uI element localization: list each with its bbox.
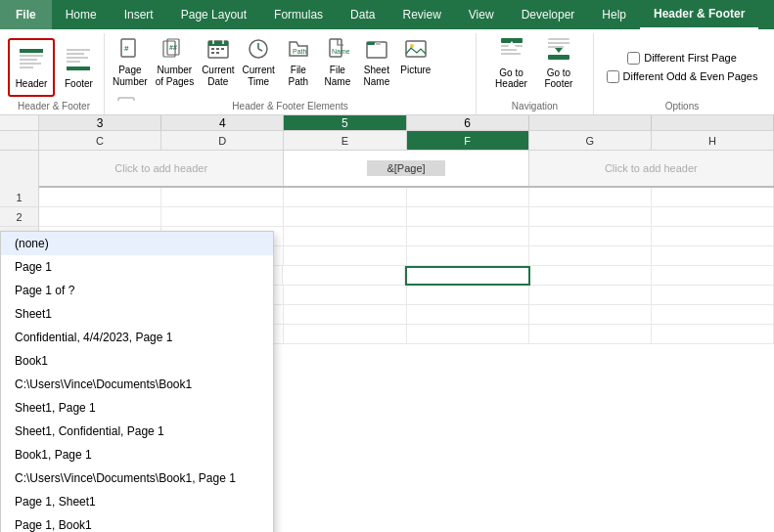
svg-rect-44 (548, 42, 569, 44)
dropdown-item-page1-of[interactable]: Page 1 of ? (1, 279, 273, 302)
different-first-page-label: Different First Page (644, 52, 737, 64)
dropdown-item-page1[interactable]: Page 1 (1, 255, 273, 279)
cell-e2[interactable] (284, 207, 406, 227)
navigation-group: Go toHeader Go toFooter (477, 33, 594, 114)
number-of-pages-button[interactable]: ## Numberof Pages (152, 33, 198, 90)
dropdown-item-sheet1[interactable]: Sheet1 (1, 302, 273, 326)
cell-h2[interactable] (652, 207, 774, 227)
svg-rect-19 (211, 48, 214, 50)
current-date-icon (205, 35, 232, 63)
different-first-page-checkbox[interactable] (627, 52, 640, 65)
dropdown-item-none[interactable]: (none) (1, 232, 273, 255)
page-number-icon: # (116, 35, 144, 63)
cell-f2[interactable] (407, 207, 529, 227)
svg-rect-40 (501, 49, 517, 51)
header-left-hint: Click to add header (114, 162, 207, 174)
svg-rect-0 (20, 49, 43, 53)
page-number-button[interactable]: # PageNumber (109, 33, 152, 90)
dropdown-item-page1-sheet1[interactable]: Page 1, Sheet1 (1, 490, 273, 513)
picture-button[interactable]: Picture (396, 33, 435, 90)
dropdown-item-book1-page1[interactable]: Book1, Page 1 (1, 443, 273, 466)
header-right-section[interactable]: Click to add header (529, 151, 774, 186)
header-center-section[interactable]: &[Page] (284, 151, 528, 186)
dropdown-item-path-book1[interactable]: C:\Users\Vince\Documents\Book1 (1, 373, 273, 396)
svg-rect-46 (548, 55, 569, 60)
dropdown-item-book1[interactable]: Book1 (1, 349, 273, 373)
svg-rect-3 (20, 63, 41, 65)
svg-rect-33 (406, 41, 426, 57)
cell-c1[interactable] (39, 188, 161, 207)
svg-rect-20 (216, 48, 219, 50)
tab-data[interactable]: Data (337, 0, 388, 29)
tab-view[interactable]: View (455, 0, 508, 29)
svg-line-26 (258, 49, 262, 51)
svg-text:##: ## (169, 44, 177, 51)
tab-formulas[interactable]: Formulas (260, 0, 337, 29)
format-picture-button[interactable]: FormatPicture (109, 90, 148, 101)
footer-button[interactable]: Footer (57, 38, 100, 97)
sheet-name-label: SheetName (364, 65, 390, 88)
svg-rect-41 (501, 53, 521, 55)
tab-developer[interactable]: Developer (508, 0, 589, 29)
cell-d1[interactable] (161, 188, 284, 207)
dropdown-item-page1-book1-a[interactable]: Page 1, Book1 (1, 513, 273, 532)
svg-rect-8 (67, 61, 80, 63)
elements-buttons: # PageNumber ## Numberof Pages (109, 33, 472, 101)
tab-insert[interactable]: Insert (111, 0, 167, 29)
sheet-name-button[interactable]: SheetName (357, 33, 396, 90)
header-left-section[interactable]: Click to add header (39, 151, 284, 186)
cell-d2[interactable] (161, 207, 284, 227)
goto-header-button[interactable]: Go toHeader (489, 33, 533, 90)
dropdown-item-sheet1-page1[interactable]: Sheet1, Page 1 (1, 396, 273, 420)
file-path-button[interactable]: Path FilePath (279, 33, 318, 90)
goto-footer-label: Go toFooter (544, 67, 572, 89)
col-header-g[interactable]: G (529, 131, 652, 150)
svg-rect-16 (208, 41, 228, 46)
col-header-corner (0, 131, 39, 150)
dropdown-item-conf-date[interactable]: Confidential, 4/4/2023, Page 1 (1, 326, 273, 349)
header-dropdown-menu[interactable]: (none) Page 1 Page 1 of ? Sheet1 Confide… (0, 231, 274, 532)
svg-rect-4 (20, 66, 33, 68)
tab-review[interactable]: Review (388, 0, 454, 29)
current-time-button[interactable]: CurrentTime (239, 33, 279, 90)
file-name-button[interactable]: Name FileName (318, 33, 357, 90)
tab-file[interactable]: File (0, 0, 52, 29)
svg-marker-47 (555, 48, 563, 53)
picture-label: Picture (400, 65, 431, 76)
current-date-button[interactable]: CurrentDate (198, 33, 238, 90)
cell-h1[interactable] (652, 188, 774, 207)
col-header-h[interactable]: H (652, 131, 774, 150)
col-header-e[interactable]: E (284, 131, 406, 150)
dropdown-item-sheet1-conf[interactable]: Sheet1, Confidential, Page 1 (1, 420, 273, 443)
tab-home[interactable]: Home (52, 0, 111, 29)
row-num-1: 1 (0, 188, 39, 207)
cell-g1[interactable] (529, 188, 652, 207)
cell-e1[interactable] (284, 188, 406, 207)
different-odd-even-checkbox[interactable] (607, 70, 619, 83)
nav-group-label: Navigation (480, 101, 589, 114)
dropdown-item-path-book1-page1[interactable]: C:\Users\Vince\Documents\Book1, Page 1 (1, 466, 273, 490)
header-button[interactable]: Header (8, 38, 56, 97)
svg-rect-5 (67, 49, 90, 51)
goto-footer-button[interactable]: Go toFooter (537, 33, 580, 90)
elements-group: # PageNumber ## Numberof Pages (105, 33, 477, 114)
svg-rect-2 (20, 59, 37, 61)
cell-c2[interactable] (39, 207, 161, 227)
format-picture-icon (114, 92, 142, 101)
cell-g2[interactable] (529, 207, 652, 227)
picture-icon (402, 35, 430, 63)
tab-header-footer[interactable]: Header & Footer (640, 0, 758, 29)
col-header-c[interactable]: C (39, 131, 161, 150)
ruler-corner (0, 115, 39, 130)
different-odd-even-option[interactable]: Different Odd & Even Pages (607, 70, 758, 83)
col-header-f[interactable]: F (407, 131, 529, 150)
tab-help[interactable]: Help (588, 0, 640, 29)
different-first-page-option[interactable]: Different First Page (627, 52, 737, 65)
tab-page-layout[interactable]: Page Layout (167, 0, 260, 29)
col-header-d[interactable]: D (161, 131, 284, 150)
elements-group-label: Header & Footer Elements (109, 101, 472, 114)
page-number-label: PageNumber (113, 65, 148, 88)
options-group: Different First Page Different Odd & Eve… (594, 33, 770, 114)
svg-rect-23 (216, 52, 219, 54)
cell-f1[interactable] (407, 188, 529, 207)
